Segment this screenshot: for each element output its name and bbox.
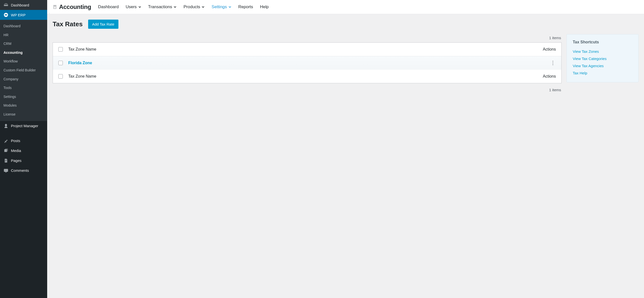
item-count-bottom: 1 items: [53, 83, 562, 94]
sidebar-sub-item[interactable]: Custom Field Builder: [0, 66, 47, 75]
nav-item-label: Users: [126, 4, 136, 9]
table-row: Florida Zone: [53, 56, 561, 70]
sidebar-item-media[interactable]: Media: [0, 146, 47, 156]
table-footer-row: Tax Zone Name Actions: [53, 70, 561, 83]
top-nav: Accounting DashboardUsersTransactionsPro…: [47, 0, 644, 14]
sidebar-sub-item[interactable]: CRM: [0, 39, 47, 48]
kebab-icon: [552, 61, 554, 65]
svg-point-3: [55, 7, 56, 7]
shortcut-link[interactable]: View Tax Zones: [573, 48, 632, 55]
shortcuts-title: Tax Shortcuts: [573, 40, 632, 44]
svg-point-5: [54, 7, 55, 8]
nav-item[interactable]: Transactions: [148, 4, 177, 9]
chevron-down-icon: [202, 5, 204, 8]
column-footer-name[interactable]: Tax Zone Name: [68, 74, 543, 79]
comments-icon: [4, 168, 8, 173]
pages-icon: [4, 158, 8, 163]
sidebar-item-dashboard[interactable]: Dashboard: [0, 0, 47, 10]
sidebar-sub-item[interactable]: Settings: [0, 93, 47, 101]
brand-label: Accounting: [59, 3, 91, 10]
page-header: Tax Rates Add Tax Rate: [53, 19, 638, 29]
label: Pages: [11, 158, 22, 163]
nav-item-label: Products: [184, 4, 200, 9]
page-title: Tax Rates: [53, 20, 83, 28]
column-footer-actions: Actions: [543, 74, 556, 79]
sidebar-sub-item[interactable]: License: [0, 110, 47, 119]
project-icon: [4, 124, 8, 129]
label: Media: [11, 149, 21, 153]
shortcut-link[interactable]: View Tax Agencies: [573, 62, 632, 69]
tax-shortcuts-panel: Tax Shortcuts View Tax ZonesView Tax Cat…: [566, 34, 638, 82]
column-header-name[interactable]: Tax Zone Name: [68, 47, 543, 52]
item-count-top: 1 items: [53, 34, 562, 42]
svg-point-2: [54, 7, 55, 7]
svg-point-7: [552, 61, 554, 62]
sidebar-sub-item[interactable]: Modules: [0, 101, 47, 110]
svg-point-6: [55, 7, 56, 8]
svg-point-9: [552, 64, 554, 65]
shortcut-link[interactable]: View Tax Categories: [573, 55, 632, 62]
gauge-icon: [4, 2, 8, 7]
label: WP ERP: [11, 13, 26, 17]
sidebar-sub-item[interactable]: Tools: [0, 84, 47, 93]
nav-item-label: Dashboard: [98, 4, 119, 9]
label: Comments: [11, 168, 29, 172]
label: Dashboard: [11, 3, 29, 7]
sidebar-sub-item[interactable]: Workflow: [0, 57, 47, 66]
page-content: Tax Rates Add Tax Rate 1 items Tax Zone …: [47, 14, 644, 104]
label: Posts: [11, 139, 20, 143]
sidebar-sub-item[interactable]: HR: [0, 31, 47, 40]
media-icon: [4, 148, 8, 153]
nav-item[interactable]: Settings: [212, 4, 231, 9]
sidebar-item-posts[interactable]: Posts: [0, 136, 47, 146]
nav-item-label: Settings: [212, 4, 227, 9]
chevron-down-icon: [138, 5, 141, 8]
nav-item[interactable]: Dashboard: [98, 4, 119, 9]
sidebar-submenu: DashboardHRCRMAccountingWorkflowCustom F…: [0, 20, 47, 121]
add-tax-rate-button[interactable]: Add Tax Rate: [88, 19, 118, 29]
nav-item[interactable]: Products: [184, 4, 204, 9]
table-header-row: Tax Zone Name Actions: [53, 43, 561, 56]
svg-point-1: [54, 7, 54, 7]
sidebar-sub-item[interactable]: Company: [0, 75, 47, 84]
shortcut-link[interactable]: Tax Help: [573, 69, 632, 77]
pin-icon: [4, 138, 8, 143]
sidebar-item-project-manager[interactable]: Project Manager: [0, 121, 47, 131]
label: Project Manager: [11, 124, 38, 128]
select-all-checkbox-footer[interactable]: [58, 74, 63, 79]
svg-point-4: [54, 7, 54, 8]
nav-item-label: Help: [260, 4, 268, 9]
column-header-actions: Actions: [543, 47, 556, 52]
nav-item-label: Transactions: [148, 4, 172, 9]
brand: Accounting: [53, 3, 91, 10]
wp-admin-sidebar: Dashboard WP ERP DashboardHRCRMAccountin…: [0, 0, 47, 298]
accounting-icon: [53, 5, 57, 9]
sidebar-sub-item[interactable]: Dashboard: [0, 22, 47, 31]
row-checkbox[interactable]: [58, 61, 63, 65]
nav-item-label: Reports: [238, 4, 253, 9]
erp-icon: [4, 12, 8, 17]
select-all-checkbox[interactable]: [58, 47, 63, 52]
main-area: Accounting DashboardUsersTransactionsPro…: [47, 0, 644, 298]
sidebar-sub-item[interactable]: Accounting: [0, 48, 47, 57]
tax-zone-name-link[interactable]: Florida Zone: [68, 61, 550, 65]
chevron-down-icon: [228, 5, 232, 8]
tax-rates-table: Tax Zone Name Actions Florida Zone Tax Z…: [53, 42, 562, 83]
sidebar-item-comments[interactable]: Comments: [0, 166, 47, 175]
row-actions-menu[interactable]: [550, 61, 556, 65]
chevron-down-icon: [174, 5, 176, 8]
nav-item[interactable]: Help: [260, 4, 268, 9]
tax-rates-table-wrap: 1 items Tax Zone Name Actions Florida Zo…: [53, 34, 562, 94]
sidebar-item-wp-erp[interactable]: WP ERP: [0, 10, 47, 20]
sidebar-item-pages[interactable]: Pages: [0, 156, 47, 166]
nav-item[interactable]: Users: [126, 4, 141, 9]
svg-point-8: [552, 62, 554, 63]
nav-item[interactable]: Reports: [238, 4, 253, 9]
